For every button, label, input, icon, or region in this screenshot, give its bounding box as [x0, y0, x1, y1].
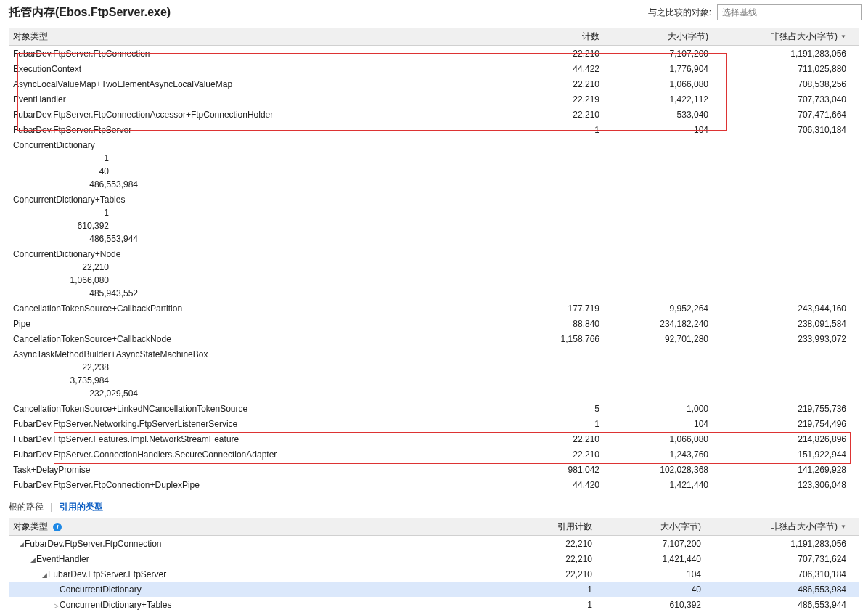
table-row[interactable]: ExecutionContext44,4221,776,904711,025,8… [9, 61, 859, 76]
cell-count: 1 [504, 418, 613, 431]
cell-object-type: FubarDev.FtpServer.ConnectionHandlers.Se… [9, 448, 504, 461]
col-inclusive-bottom[interactable]: 非独占大小(字节)▼ [714, 521, 859, 533]
cell-inclusive: 486,553,944 [714, 598, 859, 611]
col-inclusive-size[interactable]: 非独占大小(字节)▼ [721, 30, 859, 43]
tree-row[interactable]: ◢FubarDev.FtpServer.FtpServer22,21010470… [9, 566, 859, 582]
tab-root-path[interactable]: 根的路径 [9, 502, 44, 512]
col-object-type[interactable]: 对象类型 [9, 30, 504, 43]
cell-inclusive: 708,538,256 [721, 78, 859, 91]
cell-size: 610,392 [13, 219, 122, 232]
table-row[interactable]: FubarDev.FtpServer.ConnectionHandlers.Se… [9, 447, 859, 462]
cell-count: 44,420 [504, 478, 613, 492]
cell-object-type: CancellationTokenSource+CallbackPartitio… [9, 302, 504, 315]
cell-object-type: ◢FubarDev.FtpServer.FtpServer [9, 568, 496, 581]
cell-size: 1,422,112 [613, 93, 721, 106]
cell-count: 22,210 [504, 47, 613, 60]
tree-label: FubarDev.FtpServer.FtpServer [48, 569, 166, 579]
table-row[interactable]: CancellationTokenSource+CallbackNode1,15… [9, 331, 859, 346]
col-size[interactable]: 大小(字节) [613, 30, 721, 43]
tree-label: ConcurrentDictionary+Tables [60, 600, 171, 610]
table-row[interactable]: AsyncLocalValueMap+TwoElementAsyncLocalV… [9, 76, 859, 91]
table-row[interactable]: FubarDev.FtpServer.FtpConnectionAccessor… [9, 107, 859, 122]
cell-size: 533,040 [613, 108, 721, 121]
tree-expander-icon[interactable]: ◢ [41, 571, 48, 579]
col-ref-count[interactable]: 引用计数 [496, 521, 605, 533]
cell-count: 22,238 [13, 361, 122, 374]
cell-object-type: Task+DelayPromise [9, 463, 504, 476]
table-row[interactable]: ConcurrentDictionary+Node22,2101,066,080… [9, 246, 859, 301]
table-row[interactable]: CancellationTokenSource+CallbackPartitio… [9, 301, 859, 316]
cell-inclusive: 233,993,072 [721, 333, 859, 346]
cell-count: 22,210 [504, 448, 613, 461]
compare-label: 与之比较的对象: [648, 7, 711, 19]
cell-ref-count: 22,210 [496, 537, 605, 550]
table-row[interactable]: FubarDev.FtpServer.Features.Impl.Network… [9, 431, 859, 447]
table-row[interactable]: EventHandler22,2191,422,112707,733,040 [9, 91, 859, 107]
cell-inclusive: 711,025,880 [721, 62, 859, 76]
tree-row[interactable]: ▷ConcurrentDictionary+Tables1610,392486,… [9, 597, 859, 612]
table-row[interactable]: FubarDev.FtpServer.Networking.FtpServerL… [9, 416, 859, 431]
cell-size: 1,776,904 [613, 62, 721, 76]
cell-count: 1 [13, 206, 122, 219]
cell-count: 44,422 [504, 62, 613, 76]
tree-row[interactable]: ObjectEqualityComparer12424 [9, 612, 859, 615]
paths-section-tabs: 根的路径 | 引用的类型 [0, 501, 868, 513]
compare-baseline-input[interactable] [717, 4, 862, 20]
cell-count: 177,719 [504, 302, 613, 315]
tree-expander-icon[interactable]: ▷ [52, 602, 60, 609]
info-icon[interactable]: i [53, 523, 62, 531]
bottom-grid-body: ◢FubarDev.FtpServer.FtpConnection22,2107… [9, 536, 859, 615]
cell-size: 3,735,984 [13, 374, 122, 387]
col-size-bottom[interactable]: 大小(字节) [605, 521, 714, 533]
cell-object-type: ConcurrentDictionary+Node22,2101,066,080… [9, 248, 859, 300]
cell-count: 22,210 [504, 78, 613, 91]
tree-label: ConcurrentDictionary [60, 585, 142, 595]
col-object-type-bottom[interactable]: 对象类型 i [9, 521, 496, 533]
table-row[interactable]: Task+DelayPromise981,042102,028,368141,2… [9, 462, 859, 477]
tree-expander-icon[interactable]: ◢ [29, 556, 36, 563]
tree-row[interactable]: ◢EventHandler22,2101,421,440707,731,624 [9, 551, 859, 566]
table-row[interactable]: ConcurrentDictionary140486,553,984 [9, 137, 859, 192]
cell-inclusive: 232,029,504 [13, 387, 151, 400]
cell-object-type: FubarDev.FtpServer.FtpConnectionAccessor… [9, 108, 504, 121]
page-title: 托管内存(Ebos.FtpServer.exe) [9, 5, 171, 20]
table-row[interactable]: FubarDev.FtpServer.FtpConnection+DuplexP… [9, 477, 859, 492]
cell-inclusive: 1,191,283,056 [721, 47, 859, 60]
cell-size: 610,392 [605, 598, 714, 611]
table-row[interactable]: ConcurrentDictionary+Tables1610,392486,5… [9, 192, 859, 246]
cell-ref-count: 22,210 [496, 568, 605, 581]
cell-inclusive: 706,310,184 [721, 123, 859, 137]
tab-referenced-types[interactable]: 引用的类型 [60, 502, 103, 512]
tree-row[interactable]: ConcurrentDictionary140486,553,984 [9, 582, 859, 597]
cell-object-type: ◢FubarDev.FtpServer.FtpConnection [9, 537, 496, 550]
cell-object-type: ◢EventHandler [9, 553, 496, 566]
cell-ref-count: 22,210 [496, 553, 605, 566]
cell-object-type: FubarDev.FtpServer.Networking.FtpServerL… [9, 418, 504, 431]
cell-size: 104 [613, 418, 721, 431]
cell-size: 234,182,240 [613, 317, 721, 330]
cell-size: 92,701,280 [613, 333, 721, 346]
col-count[interactable]: 计数 [504, 30, 613, 43]
cell-size: 1,421,440 [613, 478, 721, 492]
tree-label: FubarDev.FtpServer.FtpConnection [25, 539, 162, 549]
cell-size: 7,107,200 [613, 47, 721, 60]
table-row[interactable]: FubarDev.FtpServer.FtpConnection22,2107,… [9, 46, 859, 61]
cell-inclusive: 1,191,283,056 [714, 537, 859, 550]
table-row[interactable]: CancellationTokenSource+LinkedNCancellat… [9, 401, 859, 416]
tree-row[interactable]: ◢FubarDev.FtpServer.FtpConnection22,2107… [9, 536, 859, 551]
cell-object-type: ExecutionContext [9, 62, 504, 76]
top-grid-panel: 对象类型 计数 大小(字节) 非独占大小(字节)▼ FubarDev.FtpSe… [9, 28, 859, 492]
cell-count: 22,210 [13, 261, 122, 274]
table-row[interactable]: AsyncTaskMethodBuilder+AsyncStateMachine… [9, 346, 859, 401]
cell-inclusive: 151,922,944 [721, 448, 859, 461]
table-row[interactable]: Pipe88,840234,182,240238,091,584 [9, 316, 859, 331]
cell-count: 22,219 [504, 93, 613, 106]
tree-label: EventHandler [36, 554, 89, 564]
cell-inclusive: 485,943,552 [13, 287, 151, 300]
table-row[interactable]: FubarDev.FtpServer.FtpServer1104706,310,… [9, 122, 859, 137]
tree-expander-icon[interactable]: ◢ [17, 541, 25, 548]
bottom-grid-panel: 对象类型 i 引用计数 大小(字节) 非独占大小(字节)▼ ◢FubarDev.… [9, 518, 859, 615]
cell-size: 40 [605, 583, 714, 596]
cell-object-type: AsyncLocalValueMap+TwoElementAsyncLocalV… [9, 78, 504, 91]
cell-inclusive: 243,944,160 [721, 302, 859, 315]
